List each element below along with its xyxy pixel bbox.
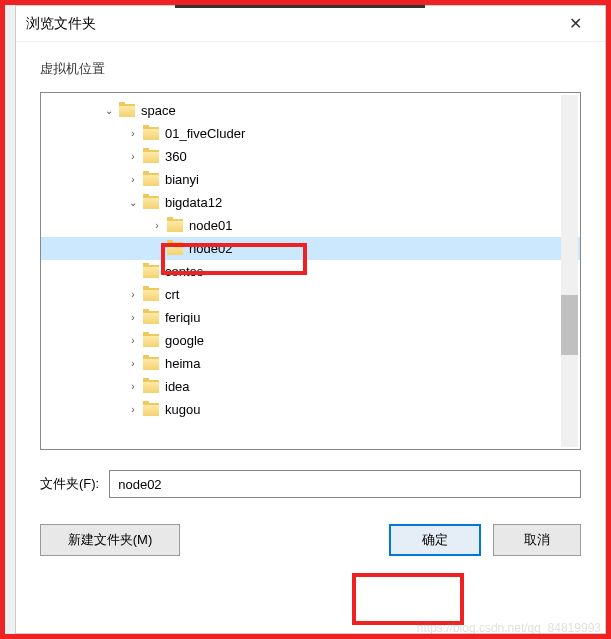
tree-item-label: google [165,333,204,348]
tree-item-label: 360 [165,149,187,164]
button-row: 新建文件夹(M) 确定 取消 [16,498,605,556]
folder-icon [143,403,159,416]
tree-item-label: heima [165,356,200,371]
folder-icon [143,265,159,278]
tree-item-label: bianyi [165,172,199,187]
chevron-right-icon[interactable]: › [151,220,163,231]
browse-folder-dialog: 浏览文件夹 ✕ 虚拟机位置 ⌄ space › 01_fiveCluder › … [15,5,606,634]
chevron-down-icon[interactable]: ⌄ [127,197,139,208]
chevron-right-icon[interactable]: › [127,358,139,369]
background-strip [175,0,425,8]
ok-button[interactable]: 确定 [389,524,481,556]
tree-item[interactable]: › google [41,329,580,352]
folder-icon [167,242,183,255]
folder-icon [167,219,183,232]
folder-icon [119,104,135,117]
chevron-right-icon[interactable]: › [127,312,139,323]
background-left [0,5,15,634]
dialog-title: 浏览文件夹 [26,15,96,33]
close-button[interactable]: ✕ [555,9,595,39]
section-label: 虚拟机位置 [16,42,605,92]
tree-item[interactable]: › 360 [41,145,580,168]
chevron-right-icon[interactable]: › [127,151,139,162]
chevron-right-icon[interactable]: › [127,289,139,300]
tree-item-label: node02 [189,241,232,256]
tree-item[interactable]: › kugou [41,398,580,421]
folder-icon [143,150,159,163]
tree-item[interactable]: centos [41,260,580,283]
tree-item[interactable]: › bianyi [41,168,580,191]
folder-name-input[interactable] [109,470,581,498]
scrollbar-track[interactable] [561,95,578,447]
folder-tree[interactable]: ⌄ space › 01_fiveCluder › 360 › bianyi ⌄ [41,93,580,449]
folder-icon [143,127,159,140]
chevron-right-icon[interactable]: › [127,381,139,392]
tree-item-label: node01 [189,218,232,233]
tree-item-label: idea [165,379,190,394]
tree-item-label: kugou [165,402,200,417]
chevron-down-icon[interactable]: ⌄ [103,105,115,116]
folder-icon [143,334,159,347]
close-icon: ✕ [569,14,582,33]
scrollbar-thumb[interactable] [561,295,578,355]
tree-item-label: feriqiu [165,310,200,325]
tree-item-label: space [141,103,176,118]
tree-item[interactable]: › 01_fiveCluder [41,122,580,145]
folder-icon [143,380,159,393]
tree-item-label: 01_fiveCluder [165,126,245,141]
folder-icon [143,196,159,209]
tree-item[interactable]: › node01 [41,214,580,237]
folder-icon [143,173,159,186]
folder-field-row: 文件夹(F): [16,450,605,498]
tree-item[interactable]: › crt [41,283,580,306]
tree-item[interactable]: ⌄ bigdata12 [41,191,580,214]
folder-field-label: 文件夹(F): [40,475,99,493]
tree-item[interactable]: › heima [41,352,580,375]
chevron-right-icon[interactable]: › [127,404,139,415]
folder-icon [143,311,159,324]
tree-item-root[interactable]: ⌄ space [41,99,580,122]
folder-icon [143,357,159,370]
chevron-right-icon[interactable]: › [127,128,139,139]
tree-item-label: crt [165,287,179,302]
tree-item[interactable]: › idea [41,375,580,398]
titlebar: 浏览文件夹 ✕ [16,6,605,42]
cancel-button[interactable]: 取消 [493,524,581,556]
chevron-right-icon[interactable]: › [127,335,139,346]
new-folder-button[interactable]: 新建文件夹(M) [40,524,180,556]
chevron-right-icon[interactable]: › [127,174,139,185]
tree-item[interactable]: › feriqiu [41,306,580,329]
folder-tree-container: ⌄ space › 01_fiveCluder › 360 › bianyi ⌄ [40,92,581,450]
folder-icon [143,288,159,301]
tree-item-selected[interactable]: node02 [41,237,580,260]
tree-item-label: centos [165,264,203,279]
tree-item-label: bigdata12 [165,195,222,210]
